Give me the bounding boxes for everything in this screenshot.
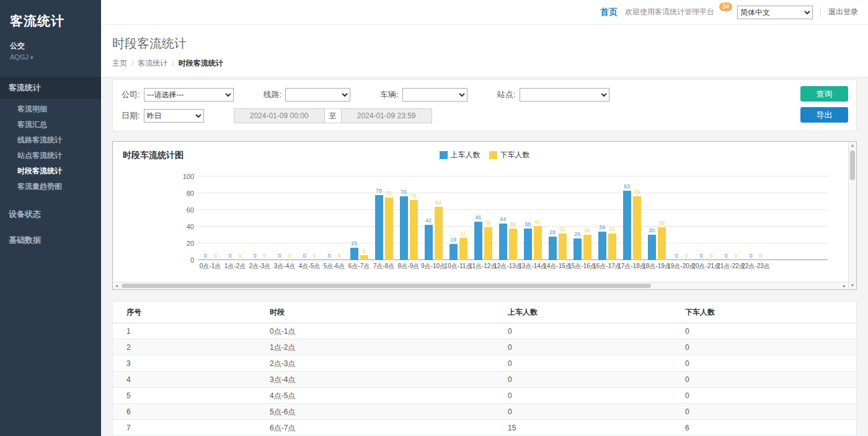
bar[interactable] [509, 229, 517, 260]
bar-group: 8376 [619, 177, 644, 260]
bar[interactable] [583, 235, 591, 260]
bar[interactable] [598, 232, 606, 260]
bar-group: 00 [743, 177, 768, 260]
table-cell: 6 [671, 420, 856, 436]
x-axis-tick-label: 16点-17点 [595, 262, 619, 272]
sidebar-item-line-stats[interactable]: 线路客流统计 [0, 133, 101, 148]
table-cell: 0 [494, 355, 671, 372]
bar[interactable] [574, 238, 582, 260]
bar[interactable] [375, 195, 383, 260]
bar-group: 00 [198, 177, 223, 260]
welcome-text: 欢迎使用客流统计管理平台 [625, 7, 714, 17]
breadcrumb-separator: / [131, 59, 133, 68]
sidebar-item-device-status[interactable]: 设备状态 [0, 203, 101, 225]
export-button[interactable]: 导出 [800, 107, 848, 123]
bar-value-label: 34 [599, 224, 605, 230]
horizontal-scrollbar[interactable]: ◄ ► [113, 282, 848, 289]
page-heading: 时段客流统计 主页 / 客流统计 / 时段客流统计 [101, 25, 868, 77]
sidebar-item-flow-detail[interactable]: 客流明细 [0, 102, 101, 117]
breadcrumb-passenger-stats[interactable]: 客流统计 [138, 58, 167, 69]
table-row: 54点-5点00 [113, 388, 856, 404]
data-table-card: 序号 时段 上车人数 下车人数 10点-1点0021点-2点0032点-3点00… [112, 301, 857, 436]
bar-group: 4438 [495, 177, 520, 260]
bar-column: 0 [732, 177, 740, 260]
home-link[interactable]: 首页 [600, 7, 618, 18]
date-preset-select[interactable]: 昨日 [144, 109, 204, 123]
query-button[interactable]: 查询 [800, 86, 848, 102]
bar[interactable] [648, 235, 656, 260]
bar[interactable] [608, 233, 616, 260]
vertical-scrollbar[interactable]: ▲ ▼ [848, 142, 856, 289]
station-filter: 站点: [497, 88, 609, 102]
bar[interactable] [425, 225, 433, 260]
scroll-up-icon[interactable]: ▲ [849, 142, 856, 149]
logout-link[interactable]: 退出登录 [828, 7, 858, 17]
bar-column: 0 [310, 177, 319, 260]
bar[interactable] [484, 227, 492, 260]
notification-badge[interactable]: 34 [719, 2, 732, 11]
bar-value-label: 32 [609, 226, 615, 232]
table-cell: 0 [671, 339, 856, 355]
bar[interactable] [559, 233, 567, 260]
scroll-left-icon[interactable]: ◄ [113, 282, 120, 289]
bar[interactable] [499, 224, 507, 260]
bar[interactable] [360, 255, 368, 260]
chart-body: 020406080100 000000000000156787576724264… [123, 177, 846, 272]
bar-column: 26 [573, 177, 582, 260]
bar-value-label: 38 [510, 221, 516, 227]
table-cell: 0 [671, 372, 856, 388]
sidebar-item-base-data[interactable]: 基础数据 [0, 229, 101, 251]
date-from-input[interactable] [234, 108, 325, 123]
col-header-index: 序号 [113, 302, 256, 323]
bar[interactable] [534, 226, 542, 260]
bar-value-label: 0 [337, 253, 340, 259]
sidebar-item-trend-chart[interactable]: 客流量趋势图 [0, 179, 101, 194]
bar-column: 19 [449, 177, 458, 260]
horizontal-scrollbar-thumb[interactable] [122, 284, 651, 288]
table-cell: 0 [494, 339, 671, 355]
legend-item[interactable]: 下车人数 [489, 150, 530, 160]
bar-group: 7875 [371, 177, 396, 260]
bar-column: 0 [746, 177, 755, 260]
vehicle-filter: 车辆: [380, 88, 467, 102]
bar[interactable] [435, 207, 443, 260]
bar[interactable] [623, 191, 631, 260]
sidebar-item-station-stats[interactable]: 站点客流统计 [0, 148, 101, 164]
station-select[interactable] [520, 88, 609, 102]
legend-item[interactable]: 上车人数 [440, 150, 480, 160]
bar[interactable] [350, 248, 358, 260]
vehicle-select[interactable] [402, 88, 467, 102]
bar-group: 2630 [570, 177, 595, 260]
sidebar-item-flow-summary[interactable]: 客流汇总 [0, 117, 101, 133]
bar-value-label: 76 [401, 189, 407, 195]
bar[interactable] [633, 196, 641, 260]
org-selector[interactable]: AQGJ▾ [10, 53, 91, 61]
bar-column: 39 [657, 177, 666, 260]
bar[interactable] [400, 196, 408, 260]
vertical-scrollbar-thumb[interactable] [850, 150, 855, 180]
bar[interactable] [658, 227, 666, 260]
date-range-separator: 至 [325, 108, 341, 123]
bar[interactable] [474, 222, 482, 260]
app-title: 客流统计 [10, 12, 91, 30]
bar[interactable] [524, 229, 532, 260]
language-select[interactable]: 简体中文 [737, 6, 813, 19]
bar[interactable] [385, 198, 393, 260]
scroll-down-icon[interactable]: ▼ [849, 282, 856, 289]
station-label: 站点: [497, 89, 516, 100]
bar[interactable] [450, 244, 458, 260]
breadcrumb-home[interactable]: 主页 [112, 58, 127, 69]
bar[interactable] [549, 237, 557, 260]
bar[interactable] [459, 238, 467, 260]
x-axis-tick-label: 3点-4点 [272, 262, 297, 272]
date-to-input[interactable] [341, 108, 432, 123]
line-select[interactable] [285, 88, 350, 102]
company-filter: 公司: ---请选择--- [122, 88, 234, 102]
sidebar-item-passenger-stats[interactable]: 客流统计 [0, 77, 101, 99]
bar-value-label: 0 [675, 253, 678, 259]
bar-column: 41 [533, 177, 542, 260]
scroll-right-icon[interactable]: ► [841, 282, 848, 289]
bar[interactable] [410, 200, 418, 260]
company-select[interactable]: ---请选择--- [144, 88, 234, 102]
sidebar-item-period-stats[interactable]: 时段客流统计 [0, 164, 101, 179]
